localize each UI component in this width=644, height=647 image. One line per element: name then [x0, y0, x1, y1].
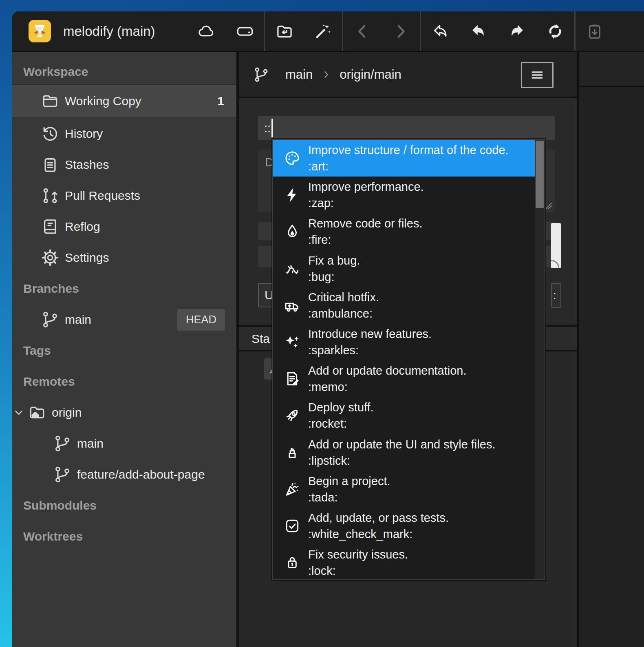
autocomplete-item-zap[interactable]: Improve performance.:zap:	[273, 177, 535, 213]
autocomplete-item-white-check-mark[interactable]: Add, update, or pass tests.:white_check_…	[273, 508, 535, 544]
autocomplete-item-texts: Add or update documentation.:memo:	[308, 362, 467, 395]
history-icon	[41, 124, 60, 143]
hard-drive-icon	[236, 22, 254, 41]
autocomplete-item-label: Add or update the UI and style files.	[308, 436, 495, 453]
dropdown-scrollbar-thumb[interactable]	[536, 141, 544, 208]
autocomplete-item-label: Introduce new features.	[308, 326, 432, 342]
pull-button[interactable]	[459, 11, 498, 51]
autocomplete-item-texts: Deploy stuff.:rocket:	[308, 399, 374, 432]
branch-icon	[53, 465, 72, 484]
autocomplete-item-code: :tada:	[308, 489, 390, 506]
autocomplete-item-code: :ambulance:	[308, 305, 379, 322]
autocomplete-item-label: Critical hotfix.	[308, 289, 379, 305]
autocomplete-item-code: :white_check_mark:	[308, 526, 449, 542]
dropdown-scrollbar[interactable]	[535, 140, 545, 579]
commit-button-fragment[interactable]: :	[551, 283, 561, 308]
sidebar-item-label: Settings	[65, 251, 109, 265]
sidebar-item-label: feature/add-about-page	[77, 468, 205, 481]
lock-icon	[284, 554, 301, 571]
bug-icon	[284, 260, 301, 277]
fetch-button[interactable]	[536, 11, 574, 51]
autocomplete-item-texts: Fix a bug.:bug:	[308, 252, 360, 285]
stash-icon	[585, 22, 604, 41]
upstream-branch[interactable]: origin/main	[340, 67, 401, 82]
sidebar-section-label: Worktrees	[23, 530, 83, 543]
title-bar[interactable]: melodify (main)	[12, 11, 644, 52]
sidebar-section-workspace[interactable]: Workspace	[12, 60, 236, 84]
autocomplete-item-bug[interactable]: Fix a bug.:bug:	[273, 250, 535, 287]
autocomplete-item-code: :memo:	[308, 379, 467, 395]
zap-icon	[284, 186, 301, 203]
current-branch[interactable]: main	[285, 67, 313, 82]
sidebar-item-main[interactable]: mainHEAD	[12, 304, 236, 335]
main-toolbar	[187, 11, 614, 51]
right-panel	[579, 52, 644, 647]
push-icon	[507, 22, 526, 41]
sidebar-section-label: Tags	[23, 344, 51, 358]
text-caret	[271, 119, 273, 137]
sidebar-section-remotes[interactable]: Remotes	[12, 366, 236, 397]
autocomplete-item-art[interactable]: Improve structure / format of the code.:…	[273, 140, 535, 177]
autocomplete-item-ambulance[interactable]: Critical hotfix.:ambulance:	[273, 287, 535, 324]
app-icon	[29, 20, 51, 42]
sidebar-section-branches[interactable]: Branches	[12, 273, 236, 304]
folder-cloud-icon	[28, 403, 46, 422]
sidebar-item-label: Working Copy	[65, 94, 141, 108]
branch-header: main origin/main	[239, 52, 577, 98]
push-button[interactable]	[498, 11, 536, 51]
sidebar-section-label: Workspace	[23, 65, 88, 79]
sidebar-item-label: main	[77, 437, 104, 450]
autocomplete-list: Improve structure / format of the code.:…	[273, 140, 535, 579]
window-title: melodify (main)	[63, 11, 155, 51]
autocomplete-item-memo[interactable]: Add or update documentation.:memo:	[273, 360, 535, 397]
magic-wand-icon	[313, 22, 332, 41]
gitmoji-autocomplete-dropdown: Improve structure / format of the code.:…	[272, 139, 545, 580]
sidebar-item-pull-requests[interactable]: Pull Requests	[12, 180, 236, 211]
sidebar-section-worktrees[interactable]: Worktrees	[12, 521, 236, 552]
commit-summary-input[interactable]: ::	[258, 116, 555, 140]
autocomplete-item-texts: Critical hotfix.:ambulance:	[308, 289, 379, 322]
sidebar-item-label: main	[65, 313, 91, 327]
sidebar-item-feature-add-about-page[interactable]: feature/add-about-page	[12, 459, 236, 490]
sidebar-item-history[interactable]: History	[12, 118, 236, 149]
sidebar-item-settings[interactable]: Settings	[12, 242, 236, 273]
sidebar-section-submodules[interactable]: Submodules	[12, 490, 236, 521]
sidebar-item-stashes[interactable]: Stashes	[12, 149, 236, 180]
open-repo-button[interactable]	[265, 11, 304, 51]
autocomplete-item-label: Improve performance.	[308, 179, 424, 195]
sidebar-item-origin[interactable]: origin	[12, 397, 236, 428]
autocomplete-item-sparkles[interactable]: Introduce new features.:sparkles:	[273, 324, 535, 360]
back-icon	[353, 22, 372, 41]
sidebar-item-main[interactable]: main	[12, 428, 236, 459]
hamburger-icon	[529, 66, 546, 84]
scroll-thumb-fragment[interactable]	[551, 223, 561, 268]
sidebar-section-label: Remotes	[23, 375, 75, 389]
cloud-button[interactable]	[187, 11, 226, 51]
sidebar-item-working-copy[interactable]: Working Copy1	[12, 84, 236, 118]
commit-summary-value: ::	[264, 121, 271, 135]
magic-wand-button[interactable]	[304, 11, 342, 51]
autocomplete-item-lipstick[interactable]: Add or update the UI and style files.:li…	[273, 434, 535, 471]
memo-icon	[284, 370, 301, 387]
clipboard-icon	[41, 155, 60, 174]
autocomplete-item-label: Improve structure / format of the code.	[308, 142, 509, 158]
autocomplete-item-lock[interactable]: Fix security issues.:lock:	[273, 544, 535, 579]
discard-button[interactable]	[421, 11, 459, 51]
autocomplete-item-texts: Fix security issues.:lock:	[308, 546, 408, 579]
autocomplete-item-code: :sparkles:	[308, 342, 432, 358]
autocomplete-item-label: Add or update documentation.	[308, 362, 467, 379]
sidebar-item-label: origin	[52, 406, 82, 420]
autocomplete-item-code: :fire:	[308, 232, 422, 248]
hard-drive-button[interactable]	[226, 11, 264, 51]
panel-menu-button[interactable]	[521, 62, 554, 88]
autocomplete-item-rocket[interactable]: Deploy stuff.:rocket:	[273, 397, 535, 434]
autocomplete-item-tada[interactable]: Begin a project.:tada:	[273, 471, 535, 508]
sparkles-icon	[284, 333, 301, 351]
autocomplete-item-code: :art:	[308, 158, 509, 174]
autocomplete-item-fire[interactable]: Remove code or files.:fire:	[273, 213, 535, 250]
sidebar-section-tags[interactable]: Tags	[12, 335, 236, 366]
autocomplete-item-label: Fix a bug.	[308, 252, 360, 269]
branch-icon	[41, 310, 60, 329]
sidebar-item-reflog[interactable]: Reflog	[12, 211, 236, 242]
fetch-icon	[546, 22, 565, 41]
